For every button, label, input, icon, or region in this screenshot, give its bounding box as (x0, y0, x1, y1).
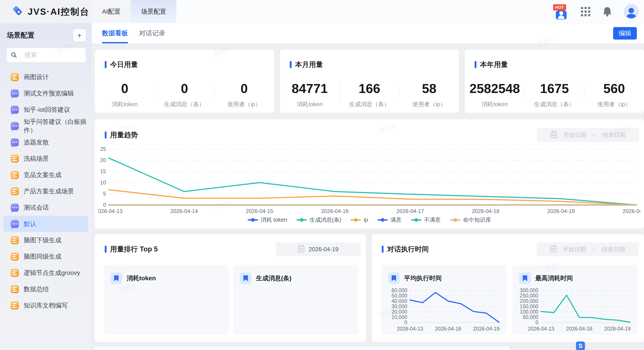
sidebar-item-label: 画图设计 (24, 73, 49, 81)
svg-text:2026-04-16: 2026-04-16 (321, 208, 349, 214)
sidebar-item-label: 知识库文档编写 (24, 301, 68, 310)
document-icon (11, 302, 19, 310)
stat-label: 使用者（ip） (214, 100, 274, 108)
legend-item-消耗 token[interactable]: 消耗 token (248, 216, 287, 223)
sidebar-item-数据总结[interactable]: 数据总结 (0, 281, 92, 297)
sidebar-item-测试文件预览编辑[interactable]: 测试文件预览编辑 (0, 85, 92, 101)
sidebar-search-input[interactable]: 搜索 (7, 48, 86, 62)
header-tab-1[interactable]: 场景配置 (131, 0, 176, 23)
svg-text:20,000: 20,000 (392, 309, 407, 315)
stat-item: 0生成消息（条） (154, 79, 214, 108)
date-separator: ~ (592, 246, 596, 253)
sidebar-item-label: 数据总结 (24, 285, 49, 293)
stat-label: 使用者（ip） (399, 100, 459, 108)
sidebar-item-脑图下级生成[interactable]: 脑图下级生成 (0, 232, 92, 248)
rank-token-subcard: 消耗token (104, 265, 229, 335)
bookmark-icon (110, 272, 122, 284)
svg-text:200,000: 200,000 (520, 298, 538, 304)
svg-text:20: 20 (100, 157, 106, 163)
exec-subcard-title: 平均执行时间 (404, 274, 442, 283)
legend-item-命中知识库[interactable]: 命中知识库 (450, 216, 491, 223)
svg-text:2026-04-18: 2026-04-18 (472, 208, 500, 214)
ranking-date-picker[interactable]: 2026-04-19 (276, 242, 361, 256)
start-date-placeholder: 开始日期 (562, 245, 586, 253)
legend-label: 命中知识库 (463, 216, 491, 223)
stat-value: 0 (154, 81, 214, 96)
svg-text:2026-04-16: 2026-04-16 (435, 326, 462, 332)
sidebar-item-画图设计[interactable]: 画图设计 (0, 69, 92, 85)
document-icon (11, 253, 19, 261)
trend-date-range-picker[interactable]: 开始日期 ~ 结束日期 (537, 128, 639, 142)
stat-label: 使用者（ip） (584, 100, 644, 108)
svg-text:60,000: 60,000 (392, 288, 407, 293)
stat-item: 0消耗token (95, 79, 154, 108)
tab-data-dashboard[interactable]: 数据看板 (102, 23, 128, 43)
legend-item-不满意[interactable]: 不满意 (411, 216, 441, 223)
sidebar-item-知识库文档编写[interactable]: 知识库文档编写 (0, 297, 92, 314)
hot-home-icon[interactable]: HOT (554, 4, 569, 19)
tab-conversation-log[interactable]: 对话记录 (139, 23, 165, 43)
header-tab-0[interactable]: AI配置 (92, 0, 131, 23)
sidebar-item-逻辑节点生成groovy[interactable]: 逻辑节点生成groovy (0, 265, 92, 281)
calendar-icon (550, 132, 557, 138)
exec-subcard-title: 最高消耗时间 (535, 274, 573, 283)
legend-marker (351, 219, 361, 221)
sidebar-item-label: 洗稿场景 (24, 155, 49, 163)
sidebar-item-选题发散[interactable]: 选题发散 (0, 134, 92, 151)
title-accent-bar (105, 246, 106, 253)
title-accent-bar (105, 131, 106, 139)
sidebar-item-知乎问答建议（白板插件）[interactable]: 知乎问答建议（白板插件） (0, 118, 92, 134)
svg-text:10,000: 10,000 (392, 314, 407, 320)
chat-bubble-icon (11, 220, 19, 228)
stat-card-今日用量: 今日用量0消耗token0生成消息（条）0使用者（ip） (95, 50, 274, 113)
add-scene-button[interactable]: + (73, 29, 86, 42)
chat-bubble-icon (11, 106, 19, 114)
stat-item: 560使用者（ip） (584, 79, 644, 108)
sidebar-item-label: 知乎问答建议（白板插件） (24, 118, 92, 135)
bookmark-icon (240, 272, 252, 284)
legend-item-满意[interactable]: 满意 (378, 216, 402, 223)
sidebar-item-竞品文案生成[interactable]: 竞品文案生成 (0, 167, 92, 183)
sidebar-item-测试会话[interactable]: 测试会话 (0, 199, 92, 216)
stat-label: 生成消息（条） (154, 100, 214, 108)
notification-bell-icon[interactable] (602, 6, 612, 17)
execution-time-card: 对话执行时间 开始日期 ~ 结束日期 平均执行时间 010,00020,0003… (372, 234, 644, 342)
legend-item-生成消息(条)[interactable]: 生成消息(条) (296, 216, 341, 223)
execution-title: 对话执行时间 (387, 244, 429, 254)
sidebar-item-知乎-iot回答建议[interactable]: 知乎-iot回答建议 (0, 101, 92, 118)
sidebar-item-脑图同级生成[interactable]: 脑图同级生成 (0, 248, 92, 265)
sidebar-item-洗稿场景[interactable]: 洗稿场景 (0, 151, 92, 167)
usage-trend-chart: 05101520252026-04-132026-04-142026-04-15… (98, 146, 640, 215)
legend-item-ip[interactable]: ip (351, 216, 368, 223)
start-date-placeholder: 开始日期 (563, 131, 586, 139)
svg-text:2026-04-15: 2026-04-15 (246, 208, 273, 214)
logo-icon (12, 5, 24, 18)
sidebar-item-产品方案生成场景[interactable]: 产品方案生成场景 (0, 183, 92, 199)
sidebar-item-label: 竞品文案生成 (24, 171, 61, 179)
title-accent-bar (382, 246, 384, 253)
user-avatar[interactable] (624, 4, 639, 19)
stat-value: 84771 (280, 81, 340, 96)
stat-value: 58 (399, 81, 459, 96)
legend-label: 生成消息(条) (310, 216, 341, 223)
usage-ranking-card: 用量排行 Top 5 2026-04-19 消耗token 生成消息(条) (95, 234, 366, 342)
stat-item: 2582548消耗token (465, 79, 524, 108)
sidebar-item-默认[interactable]: 默认 (3, 216, 88, 232)
svg-text:2026-04-13: 2026-04-13 (528, 326, 554, 332)
stat-card-title: 本年用量 (480, 60, 508, 69)
stat-value: 0 (95, 81, 154, 96)
execution-date-range-picker[interactable]: 开始日期 ~ 结束日期 (536, 242, 639, 256)
end-date-placeholder: 结束日期 (602, 131, 626, 139)
trend-title: 用量趋势 (110, 130, 138, 140)
search-divider (20, 52, 21, 58)
chat-bubble-icon (11, 204, 19, 212)
apps-grid-icon[interactable] (580, 6, 591, 17)
svg-text:10: 10 (100, 179, 106, 185)
chat-bubble-icon (11, 122, 19, 130)
title-accent-bar (105, 61, 106, 68)
date-separator: ~ (592, 132, 596, 139)
svg-text:100,000: 100,000 (520, 309, 538, 315)
edit-button[interactable]: 编辑 (613, 27, 637, 39)
stat-item: 58使用者（ip） (399, 79, 459, 108)
bookmark-icon (519, 272, 531, 284)
